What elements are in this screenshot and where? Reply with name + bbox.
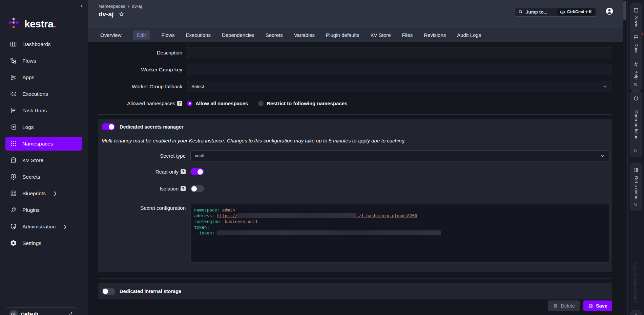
sidebar-item-kv-store[interactable]: KV Store — [5, 153, 82, 167]
code-token: rootEngine: — [194, 219, 222, 224]
tab-kv-store[interactable]: KV Store — [371, 32, 391, 38]
restart-icon — [633, 95, 639, 101]
settings-icon — [9, 240, 17, 247]
sidebar-item-label: Dashboards — [22, 41, 51, 47]
kv-store-icon — [9, 157, 17, 164]
tab-secrets[interactable]: Secrets — [266, 32, 283, 38]
section-divider — [98, 114, 612, 115]
sidebar-item-label: Secrets — [22, 174, 40, 180]
sidebar-item-label: Settings — [22, 240, 41, 246]
secret-configuration-label: Secret configuration — [102, 204, 186, 263]
redacted-secret — [237, 213, 356, 218]
rail-button-docs[interactable]: Docs — [630, 30, 642, 61]
kestra-logo[interactable]: kestra. — [0, 0, 88, 36]
rail-button-news[interactable]: News — [630, 3, 642, 35]
tab-variables[interactable]: Variables — [294, 32, 315, 38]
secret-type-row: Secret type vault — [102, 150, 609, 161]
favorite-star-icon[interactable] — [119, 12, 124, 17]
tab-revisions[interactable]: Revisions — [424, 32, 446, 38]
kestra-wordmark: kestra. — [24, 18, 56, 30]
code-token — [214, 230, 217, 235]
user-avatar-icon[interactable] — [605, 7, 614, 16]
help-icon[interactable]: ? — [181, 186, 186, 191]
radio-unselected-icon — [258, 101, 264, 106]
page-header: Namespaces / dv-aj dv-aj Jump to... — [88, 0, 627, 28]
jump-to-search[interactable]: Jump to... Ctrl/Cmd + K — [515, 7, 596, 17]
tenant-selector[interactable]: DE Default — [6, 307, 77, 315]
logs-icon — [9, 123, 17, 131]
sidebar-collapse-icon[interactable] — [78, 3, 85, 9]
secrets-icon — [9, 173, 17, 181]
code-token: .z1.hashicorp.cloud:8200 — [356, 213, 417, 218]
dedicated-internal-storage-toggle[interactable] — [102, 288, 115, 295]
sidebar-item-namespaces[interactable]: Namespaces — [5, 137, 82, 151]
tab-flows[interactable]: Flows — [161, 32, 174, 38]
rail-button-get-a-demo[interactable]: Get a demo — [630, 163, 642, 210]
read-only-row: Read-only? — [102, 168, 609, 175]
tab-executions[interactable]: Executions — [186, 32, 211, 38]
description-input[interactable] — [187, 47, 612, 58]
namespaces-icon — [9, 140, 17, 148]
chevron-down-icon — [600, 153, 605, 158]
sidebar-item-dashboards[interactable]: Dashboards — [5, 37, 82, 51]
code-token: address: — [194, 213, 214, 218]
help-icon[interactable]: ? — [177, 101, 182, 106]
tab-plugin-defaults[interactable]: Plugin defaults — [326, 32, 359, 38]
scrollbar-thumb[interactable] — [623, 1, 626, 20]
tab-dependencies[interactable]: Dependencies — [222, 32, 254, 38]
switch-tenant-icon[interactable] — [67, 311, 74, 315]
rail-button-help[interactable]: Help — [630, 58, 642, 91]
sidebar-nav: DashboardsFlowsAppsExecutionsTask RunsLo… — [0, 36, 88, 250]
worker-group-key-input[interactable] — [187, 64, 612, 75]
breadcrumb-namespaces[interactable]: Namespaces — [99, 4, 125, 9]
sidebar-item-plugins[interactable]: Plugins — [5, 203, 82, 217]
redacted-secret — [217, 230, 441, 235]
tab-files[interactable]: Files — [402, 32, 413, 38]
section-divider — [98, 278, 612, 279]
tab-overview[interactable]: Overview — [100, 32, 122, 38]
news-icon — [633, 7, 639, 13]
sidebar-item-administration[interactable]: Administration❯ — [5, 220, 82, 233]
sidebar-item-label: Logs — [22, 124, 34, 130]
isolation-toggle[interactable] — [190, 185, 204, 192]
read-only-label: Read-only? — [102, 168, 186, 175]
code-line-3: rootEngine: business-unit — [194, 219, 606, 224]
delete-button[interactable]: Delete — [548, 300, 580, 311]
external-link-icon — [634, 83, 638, 87]
radio-restrict-namespaces[interactable]: Restrict to following namespaces — [258, 100, 347, 106]
trash-icon — [553, 303, 558, 308]
administration-icon — [9, 223, 17, 230]
secret-type-select[interactable]: vault — [190, 150, 609, 161]
read-only-toggle[interactable] — [190, 168, 204, 175]
radio-allow-all-namespaces[interactable]: Allow all namespaces — [187, 100, 248, 106]
vertical-scrollbar[interactable] — [623, 0, 627, 315]
sidebar-item-executions[interactable]: Executions — [5, 87, 82, 101]
code-token: token: — [194, 230, 214, 235]
allowed-namespaces-label: Allowed namespaces? — [98, 98, 182, 109]
worker-group-fallback-select[interactable]: Select — [187, 81, 612, 92]
tab-edit[interactable]: Edit — [133, 30, 150, 40]
sidebar-item-flows[interactable]: Flows — [5, 54, 82, 68]
sidebar-item-apps[interactable]: Apps — [5, 70, 82, 84]
sidebar-item-secrets[interactable]: Secrets — [5, 170, 82, 184]
kestra-logo-icon — [8, 17, 20, 31]
sidebar-item-blueprints[interactable]: Blueprints❯ — [5, 186, 82, 200]
dedicated-secrets-manager-label: Dedicated secrets manager — [120, 124, 184, 130]
tenant-name: Default — [21, 311, 64, 315]
slack-icon — [633, 62, 639, 67]
rail-button-open-an-issue[interactable]: Open an Issue — [630, 91, 642, 157]
rail-partial-button[interactable]: ✱ — [630, 310, 642, 315]
code-line-1: namespace: admin — [194, 207, 606, 213]
main-area: Namespaces / dv-aj dv-aj Jump to... — [88, 0, 627, 315]
tab-audit-logs[interactable]: Audit Logs — [457, 32, 481, 38]
sidebar-item-logs[interactable]: Logs — [5, 120, 82, 134]
secret-type-value: vault — [195, 153, 205, 158]
sidebar-item-settings[interactable]: Settings — [5, 236, 82, 250]
dedicated-secrets-manager-toggle[interactable] — [102, 123, 115, 130]
secret-configuration-editor[interactable]: namespace: adminaddress: https://.z1.has… — [190, 204, 609, 263]
save-button[interactable]: Save — [583, 300, 612, 311]
help-icon[interactable]: ? — [181, 169, 186, 174]
breadcrumb-page[interactable]: dv-aj — [132, 4, 142, 9]
sidebar-item-task-runs[interactable]: Task Runs — [5, 104, 82, 117]
keyboard-icon — [560, 9, 565, 15]
